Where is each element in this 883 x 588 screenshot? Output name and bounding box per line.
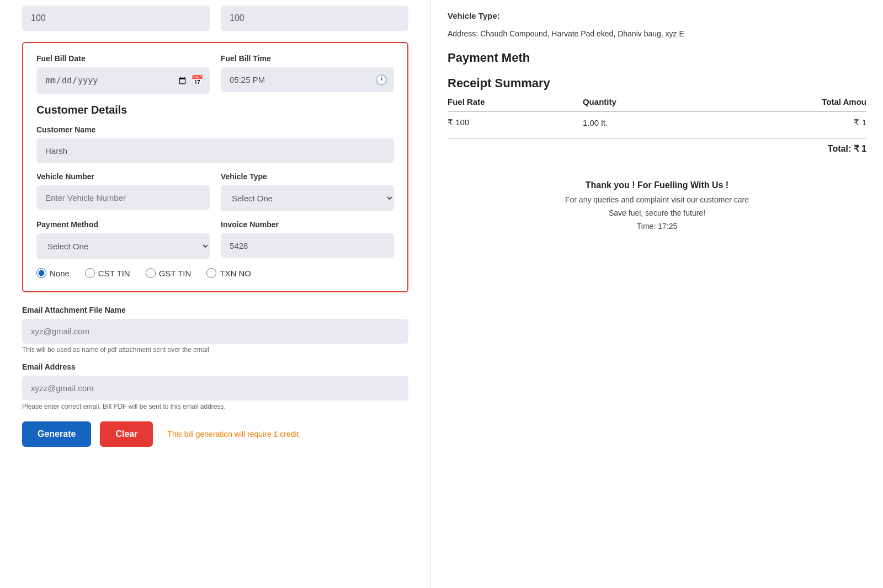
fuel-bill-time-wrapper: 🕐 <box>221 67 394 92</box>
vehicle-row: Vehicle Number Vehicle Type Select One C… <box>36 172 394 211</box>
right-panel: Vehicle Type: Address: Chaudh Compound, … <box>430 0 883 588</box>
credit-warning: This bill generation will require 1 cred… <box>167 430 301 439</box>
radio-gst-tin-label: GST TIN <box>159 269 192 278</box>
thank-you-sub: For any queries and complaint visit our … <box>459 194 855 233</box>
payment-invoice-row: Payment Method Select One Cash Card UPI … <box>36 220 394 259</box>
thank-you-time: Time: 17:25 <box>637 222 677 231</box>
col-total-amount: Total Amou <box>705 97 866 111</box>
radio-none-label: None <box>50 269 70 278</box>
email-address-input[interactable] <box>22 376 408 400</box>
radio-txn-no-input[interactable] <box>206 268 216 278</box>
invoice-number-input[interactable] <box>221 233 394 258</box>
payment-method-label: Payment Method <box>36 220 210 229</box>
receipt-table: Fuel Rate Quantity Total Amou ₹ 100 1.00… <box>448 97 866 133</box>
radio-cst-tin-input[interactable] <box>85 268 95 278</box>
radio-none-input[interactable] <box>36 268 46 278</box>
vehicle-type-select[interactable]: Select One Car Bike Truck Bus <box>221 185 394 211</box>
payment-meth-heading: Payment Meth <box>448 51 866 65</box>
red-border-section: Fuel Bill Date 📅 Fuel Bill Time 🕐 Custom… <box>22 42 408 292</box>
customer-name-group: Customer Name <box>36 125 394 163</box>
radio-gst-tin[interactable]: GST TIN <box>146 268 192 278</box>
thank-you-line1: For any queries and complaint visit our … <box>565 195 749 204</box>
radio-none[interactable]: None <box>36 268 70 278</box>
email-section: Email Attachment File Name This will be … <box>22 306 408 452</box>
cell-fuel-rate: ₹ 100 <box>448 111 583 133</box>
invoice-number-label: Invoice Number <box>221 220 394 229</box>
qty-input-2[interactable] <box>221 6 408 31</box>
button-row: Generate Clear This bill generation will… <box>22 421 408 447</box>
radio-gst-tin-input[interactable] <box>146 268 156 278</box>
thank-you-title: Thank you ! For Fuelling With Us ! <box>459 180 855 190</box>
radio-row: None CST TIN GST TIN TXN NO <box>36 268 394 278</box>
fuel-bill-date-wrapper: 📅 <box>36 67 210 94</box>
radio-txn-no[interactable]: TXN NO <box>206 268 251 278</box>
radio-cst-tin[interactable]: CST TIN <box>85 268 130 278</box>
receipt-summary-heading: Receipt Summary <box>448 76 866 90</box>
fuel-bill-time-input[interactable] <box>221 67 394 92</box>
clear-button[interactable]: Clear <box>100 421 153 447</box>
fuel-bill-time-group: Fuel Bill Time 🕐 <box>221 54 394 94</box>
invoice-number-group: Invoice Number <box>221 220 394 259</box>
cell-quantity: 1.00 lt. <box>583 111 705 133</box>
fuel-bill-time-label: Fuel Bill Time <box>221 54 394 63</box>
email-attachment-hint: This will be used as name of pdf attachm… <box>22 346 408 354</box>
left-panel: Fuel Bill Date 📅 Fuel Bill Time 🕐 Custom… <box>0 0 430 588</box>
email-address-label: Email Address <box>22 362 408 371</box>
total-row: Total: ₹ 1 <box>448 138 866 158</box>
fuel-bill-date-group: Fuel Bill Date 📅 <box>36 54 210 94</box>
generate-button[interactable]: Generate <box>22 421 91 447</box>
email-attachment-label: Email Attachment File Name <box>22 306 408 314</box>
vehicle-number-input[interactable] <box>36 185 210 210</box>
customer-name-input[interactable] <box>36 138 394 163</box>
customer-details-heading: Customer Details <box>36 104 394 116</box>
payment-method-group: Payment Method Select One Cash Card UPI <box>36 220 210 259</box>
vehicle-address: Address: Chaudh Compound, Harvate Pad ek… <box>448 28 866 40</box>
thank-you-line2: Save fuel, secure the future! <box>609 209 705 217</box>
thank-you-box: Thank you ! For Fuelling With Us ! For a… <box>448 169 866 244</box>
table-row: ₹ 100 1.00 lt. ₹ 1 <box>448 111 866 133</box>
customer-name-label: Customer Name <box>36 125 394 134</box>
email-address-hint: Please enter correct email. Bill PDF wil… <box>22 403 408 410</box>
email-attachment-input[interactable] <box>22 319 408 344</box>
col-fuel-rate: Fuel Rate <box>448 97 583 111</box>
vehicle-number-label: Vehicle Number <box>36 172 210 181</box>
total-value: ₹ 1 <box>854 144 866 153</box>
total-label: Total: <box>828 144 851 153</box>
email-address-group: Email Address Please enter correct email… <box>22 362 408 410</box>
vehicle-type-row: Vehicle Type: <box>448 11 866 21</box>
fuel-bill-date-label: Fuel Bill Date <box>36 54 210 63</box>
qty-input-1[interactable] <box>22 6 210 31</box>
radio-txn-no-label: TXN NO <box>220 269 251 278</box>
date-time-row: Fuel Bill Date 📅 Fuel Bill Time 🕐 <box>36 54 394 94</box>
col-quantity: Quantity <box>583 97 705 111</box>
clock-icon: 🕐 <box>375 74 387 86</box>
vehicle-type-label: Vehicle Type <box>221 172 394 181</box>
fuel-bill-date-input[interactable] <box>36 67 210 94</box>
vehicle-type-right-label: Vehicle Type: <box>448 11 500 20</box>
payment-method-select[interactable]: Select One Cash Card UPI <box>36 233 210 259</box>
top-qty-row <box>22 0 408 31</box>
vehicle-number-group: Vehicle Number <box>36 172 210 211</box>
radio-cst-tin-label: CST TIN <box>98 269 130 278</box>
calendar-icon: 📅 <box>191 74 203 87</box>
cell-total-amount: ₹ 1 <box>705 111 866 133</box>
vehicle-type-group: Vehicle Type Select One Car Bike Truck B… <box>221 172 394 211</box>
email-attachment-group: Email Attachment File Name This will be … <box>22 306 408 354</box>
